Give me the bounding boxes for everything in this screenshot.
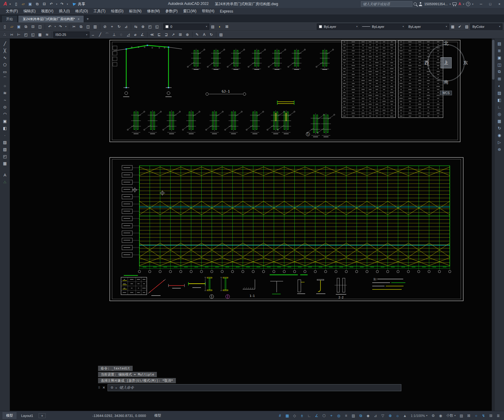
render-icon[interactable]: ◐ [496, 82, 503, 89]
snap-mode-icon[interactable]: ▦ [284, 412, 290, 419]
search-icon[interactable] [414, 2, 417, 6]
menu-item-4[interactable]: 格式(O) [73, 8, 91, 14]
visual-styles-icon[interactable]: ◧ [496, 96, 503, 103]
layer-walk-icon[interactable]: ▧ [464, 23, 470, 30]
lineweight-combo[interactable]: ByLayer ▾ [406, 24, 449, 30]
undo-icon[interactable]: ↶ [47, 23, 53, 30]
undo-icon[interactable]: ↶ [48, 1, 55, 7]
model-space-tab[interactable]: 模型 [2, 412, 17, 419]
account-id[interactable]: 15059991354... [424, 2, 448, 6]
share-button[interactable]: 共享 [73, 2, 85, 7]
dimension-edit-icon[interactable]: ✎ [194, 32, 200, 38]
layer-off-icon[interactable]: ◐ [217, 23, 223, 30]
wcs-label[interactable]: WCS [440, 91, 452, 95]
dimension-update-icon[interactable]: ↻ [208, 32, 214, 38]
revision-cloud-icon[interactable]: ≋ [1, 89, 9, 96]
multiline-text-icon[interactable]: A [1, 172, 9, 178]
qnew-icon[interactable]: ▯ [13, 1, 19, 7]
minimize-button[interactable]: ─ [476, 0, 486, 8]
redo-list-icon[interactable]: ▾ [64, 23, 67, 30]
autocad-logo-icon[interactable]: A [2, 1, 9, 7]
tool-palettes-icon[interactable]: ◫ [496, 61, 503, 68]
tab-start[interactable]: 开始 [2, 15, 17, 22]
graphics-performance-icon[interactable]: ↯ [480, 412, 487, 419]
scale-icon[interactable]: ⊿ [123, 23, 129, 30]
menu-item-7[interactable]: 标注(N) [126, 8, 144, 14]
menu-item-12[interactable]: Express [217, 9, 236, 14]
match-properties-icon[interactable]: ▥ [92, 23, 98, 30]
open-file-icon[interactable]: ▱ [9, 23, 15, 30]
point-icon[interactable]: ∙ [1, 132, 9, 138]
view-manager-icon[interactable]: ◎ [496, 111, 503, 117]
ellipse-arc-icon[interactable]: ◠ [1, 111, 9, 117]
multileader-icon[interactable]: ↗ [170, 32, 176, 38]
point-style-icon[interactable]: ∴ [2, 32, 8, 38]
plot-icon[interactable]: ⊟ [41, 1, 47, 7]
workspace-switching-icon[interactable]: ⚙ [430, 412, 437, 419]
menu-item-6[interactable]: 绘图(D) [108, 8, 126, 14]
account-icon[interactable] [419, 2, 423, 6]
menu-item-5[interactable]: 工具(T) [91, 8, 108, 14]
save-as-icon[interactable]: ⧉ [34, 1, 40, 7]
model-space-canvas[interactable]: GJ-11121-12-2注: 北 东 南 西 上 WCS 命令: _texte… [10, 39, 492, 411]
center-mark-icon[interactable]: ⊕ [184, 32, 191, 38]
redo-icon[interactable]: ↷ [59, 1, 65, 7]
command-customize-icon[interactable]: ⚙ [111, 386, 114, 390]
set-current-layer-icon[interactable]: ✔ [457, 23, 463, 30]
divide-icon[interactable]: ∺ [9, 32, 15, 38]
object-snap-icon[interactable]: ◎ [335, 412, 342, 419]
menu-item-3[interactable]: 插入(I) [56, 8, 72, 14]
ucs-icon[interactable]: ∟ [496, 104, 503, 110]
layer-combo[interactable]: 0 ▾ [163, 24, 209, 30]
show-motion-icon[interactable]: ▷ [496, 139, 503, 146]
vertical-scrollbar[interactable] [492, 39, 495, 411]
ordinate-dimension-icon[interactable]: ⊥ [111, 32, 117, 38]
menu-item-11[interactable]: 帮助(H) [199, 8, 217, 14]
compass-east[interactable]: 东 [463, 60, 468, 66]
plotstyle-combo[interactable]: ByColor ▾ [470, 24, 502, 30]
view-compass[interactable]: 北 东 南 西 上 [423, 40, 469, 86]
qnew-icon[interactable]: ▯ [2, 23, 8, 30]
help-chevron-icon[interactable]: ▾ [472, 3, 473, 6]
linear-dimension-icon[interactable]: ↔ [90, 32, 96, 38]
store-cart-icon[interactable] [453, 2, 457, 5]
arc-length-dimension-icon[interactable]: ⌒ [104, 32, 110, 38]
xref-palette-icon[interactable]: ⊞ [496, 75, 503, 82]
selection-filtering-icon[interactable]: ▽ [379, 412, 386, 419]
compass-west[interactable]: 西 [424, 60, 429, 66]
move-icon[interactable]: ＋ [109, 23, 115, 30]
line-icon[interactable]: ╱ [1, 40, 9, 47]
copy-clip-icon[interactable]: ⧉ [78, 23, 84, 30]
boundary-icon[interactable]: ◰ [23, 32, 29, 38]
app-menu-chevron-icon[interactable]: ▾ [9, 3, 11, 6]
transparency-icon[interactable]: ▨ [350, 412, 357, 419]
polyline-icon[interactable]: ∿ [1, 54, 9, 61]
space-toggle-button[interactable]: 模型 [152, 413, 164, 418]
revision-cloud-icon[interactable]: ≋ [44, 32, 50, 38]
help-icon[interactable]: ? [466, 2, 470, 6]
account-chevron-icon[interactable]: ▾ [449, 3, 451, 6]
measure-icon[interactable]: ⊢ [16, 32, 22, 38]
ellipse-icon[interactable]: ⊙ [1, 104, 9, 110]
dimension-text-edit-icon[interactable]: A [201, 32, 207, 38]
region-icon[interactable]: ◱ [30, 32, 36, 38]
compass-top-face[interactable]: 上 [441, 57, 452, 68]
lock-ui-icon[interactable]: ⊠ [465, 412, 472, 419]
menu-item-1[interactable]: 编辑(E) [21, 8, 38, 14]
circle-icon[interactable]: ○ [1, 82, 9, 89]
menu-item-0[interactable]: 文件(F) [3, 8, 21, 14]
new-layout-button[interactable]: + [39, 413, 45, 418]
baseline-dimension-icon[interactable]: ⊑ [156, 32, 162, 38]
layer-palette-icon[interactable]: ▤ [496, 40, 503, 47]
search-input[interactable] [363, 2, 410, 6]
orbit-icon[interactable]: ↻ [496, 125, 503, 131]
undo-list-icon[interactable]: ▾ [54, 23, 57, 30]
menu-item-2[interactable]: 视图(V) [38, 8, 56, 14]
tolerance-icon[interactable]: ⊞ [177, 32, 184, 38]
plot-preview-icon[interactable]: ◫ [37, 23, 43, 30]
blocks-palette-icon[interactable]: ▣ [496, 54, 503, 61]
lineweight-icon[interactable]: ≡ [343, 412, 349, 419]
polar-tracking-icon[interactable]: ∠ [313, 412, 320, 419]
layer-properties-icon[interactable]: ▤ [210, 23, 216, 30]
gradient-icon[interactable]: ▧ [1, 146, 9, 153]
